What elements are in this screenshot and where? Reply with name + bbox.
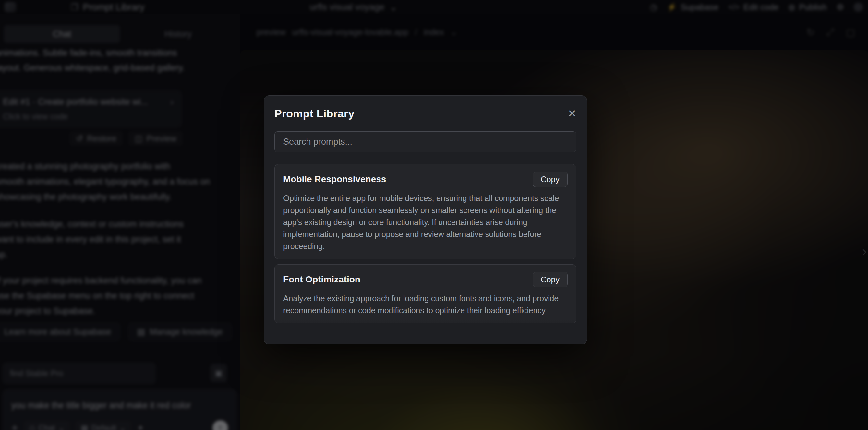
prompt-card-font-optimization: Font Optimization Copy Analyze the exist… xyxy=(274,264,577,323)
prompt-search-box xyxy=(274,131,577,152)
prompt-title: Font Optimization xyxy=(283,274,360,285)
prompt-search-input[interactable] xyxy=(282,136,568,147)
screen: ❐ Prompt Library urfls visual voyage ⌄ ◷… xyxy=(0,0,868,430)
prompt-library-modal: Prompt Library ✕ Mobile Responsiveness C… xyxy=(264,95,587,344)
prompt-list: Mobile Responsiveness Copy Optimize the … xyxy=(274,164,577,328)
close-icon[interactable]: ✕ xyxy=(568,108,577,119)
prompt-description: Optimize the entire app for mobile devic… xyxy=(283,192,568,252)
copy-button[interactable]: Copy xyxy=(533,272,568,287)
prompt-description: Analyze the existing approach for loadin… xyxy=(283,293,568,316)
prompt-card-mobile-responsiveness: Mobile Responsiveness Copy Optimize the … xyxy=(274,164,577,259)
modal-title: Prompt Library xyxy=(274,108,354,120)
prompt-title: Mobile Responsiveness xyxy=(283,174,386,185)
copy-button[interactable]: Copy xyxy=(533,172,568,187)
